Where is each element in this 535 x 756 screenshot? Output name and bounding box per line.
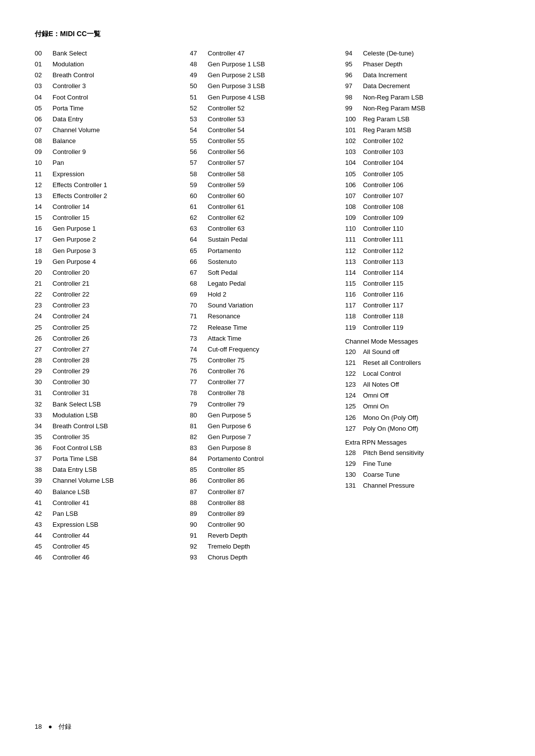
list-item: 77Controller 77 (190, 377, 340, 387)
list-item: 84Portamento Control (190, 454, 340, 464)
entry-label: Gen Purpose 2 LSB (208, 70, 265, 80)
entry-number: 69 (190, 290, 208, 300)
list-item: 119Controller 119 (345, 323, 495, 333)
entry-label: Bank Select LSB (53, 400, 101, 409)
entry-label: Chorus Depth (208, 553, 247, 562)
list-item: 17Gen Purpose 2 (35, 235, 185, 245)
list-item: 65Portamento (190, 246, 340, 256)
entry-number: 66 (190, 257, 208, 267)
list-item: 38Data Entry LSB (35, 465, 185, 475)
entry-number: 114 (345, 268, 363, 278)
entry-label: Pitch Bend sensitivity (363, 448, 424, 458)
list-item: 66Sostenuto (190, 257, 340, 267)
entry-label: Non-Reg Param LSB (363, 93, 424, 102)
list-item: 33Modulation LSB (35, 410, 185, 420)
entry-number: 131 (345, 481, 363, 491)
entry-label: Poly On (Mono Off) (363, 424, 419, 434)
entry-label: Pan LSB (53, 509, 78, 519)
entry-number: 91 (190, 531, 208, 541)
entry-label: Bank Select (53, 49, 87, 58)
entry-number: 37 (35, 454, 53, 464)
entry-number: 80 (190, 410, 208, 420)
entry-label: Controller 46 (53, 553, 89, 562)
entry-number: 60 (190, 191, 208, 201)
list-item: 83Gen Purpose 8 (190, 443, 340, 453)
list-item: 58Controller 58 (190, 169, 340, 179)
entry-label: Controller 30 (53, 377, 89, 387)
entry-label: Controller 14 (53, 202, 89, 212)
entry-label: Gen Purpose 4 LSB (208, 93, 265, 102)
entry-label: Controller 110 (363, 224, 404, 234)
entry-label: Controller 87 (208, 487, 244, 497)
list-item: 61Controller 61 (190, 202, 340, 212)
list-item: 47Controller 47 (190, 49, 340, 58)
entry-label: Porta Time LSB (53, 454, 98, 464)
entry-label: Sustain Pedal (208, 235, 247, 245)
entry-number: 22 (35, 290, 53, 300)
entry-number: 68 (190, 279, 208, 289)
entry-label: Controller 77 (208, 377, 244, 387)
list-item: 67Soft Pedal (190, 268, 340, 278)
list-item: 53Controller 53 (190, 114, 340, 124)
entry-number: 58 (190, 169, 208, 179)
entry-number: 31 (35, 388, 53, 398)
entry-label: Channel Pressure (363, 481, 415, 491)
list-item: 50Gen Purpose 3 LSB (190, 81, 340, 91)
entry-number: 53 (190, 114, 208, 124)
list-item: 111Controller 111 (345, 235, 495, 245)
entry-label: Expression (53, 169, 84, 179)
entry-label: All Notes Off (363, 380, 399, 390)
list-item: 80Gen Purpose 5 (190, 410, 340, 420)
list-item: 40Balance LSB (35, 487, 185, 497)
list-item: 62Controller 62 (190, 213, 340, 223)
list-item: 81Gen Purpose 6 (190, 421, 340, 431)
entry-number: 73 (190, 334, 208, 344)
entry-number: 41 (35, 498, 53, 508)
list-item: 64Sustain Pedal (190, 235, 340, 245)
entry-number: 10 (35, 158, 53, 168)
list-item: 42Pan LSB (35, 509, 185, 519)
entry-label: Controller 75 (208, 355, 244, 365)
entry-number: 07 (35, 125, 53, 135)
entry-number: 32 (35, 400, 53, 409)
list-item: 20Controller 20 (35, 268, 185, 278)
entry-number: 95 (345, 59, 363, 69)
entry-label: Controller 25 (53, 323, 89, 333)
list-item: 115Controller 115 (345, 279, 495, 289)
list-item: 31Controller 31 (35, 388, 185, 398)
entry-number: 110 (345, 224, 363, 234)
entry-number: 09 (35, 147, 53, 157)
list-item: 125Omni On (345, 402, 495, 411)
list-item: 95Phaser Depth (345, 59, 495, 69)
list-item: 22Controller 22 (35, 290, 185, 300)
list-item: 18Gen Purpose 3 (35, 246, 185, 256)
entry-number: 104 (345, 158, 363, 168)
list-item: 118Controller 118 (345, 311, 495, 321)
entry-number: 08 (35, 136, 53, 146)
entry-label: Controller 20 (53, 268, 89, 278)
list-item: 55Controller 55 (190, 136, 340, 146)
entry-label: Controller 109 (363, 213, 404, 223)
list-item: 71Resonance (190, 311, 340, 321)
list-item: 69Hold 2 (190, 290, 340, 300)
entry-number: 78 (190, 388, 208, 398)
list-item: 24Controller 24 (35, 311, 185, 321)
entry-label: Gen Purpose 1 LSB (208, 59, 265, 69)
entry-number: 113 (345, 257, 363, 267)
entry-number: 54 (190, 125, 208, 135)
entry-label: All Sound off (363, 347, 399, 357)
entry-number: 50 (190, 81, 208, 91)
entry-number: 11 (35, 169, 53, 179)
entry-label: Controller 112 (363, 246, 404, 256)
entry-label: Sound Variation (208, 301, 253, 310)
list-item: 07Channel Volume (35, 125, 185, 135)
entry-label: Controller 107 (363, 191, 404, 201)
entry-label: Controller 116 (363, 290, 404, 300)
entry-number: 43 (35, 520, 53, 530)
entry-number: 16 (35, 224, 53, 234)
entry-label: Controller 54 (208, 125, 244, 135)
entry-label: Controller 31 (53, 388, 89, 398)
entry-label: Balance (53, 136, 76, 146)
list-item: 78Controller 78 (190, 388, 340, 398)
list-item: 94Celeste (De-tune) (345, 49, 495, 58)
